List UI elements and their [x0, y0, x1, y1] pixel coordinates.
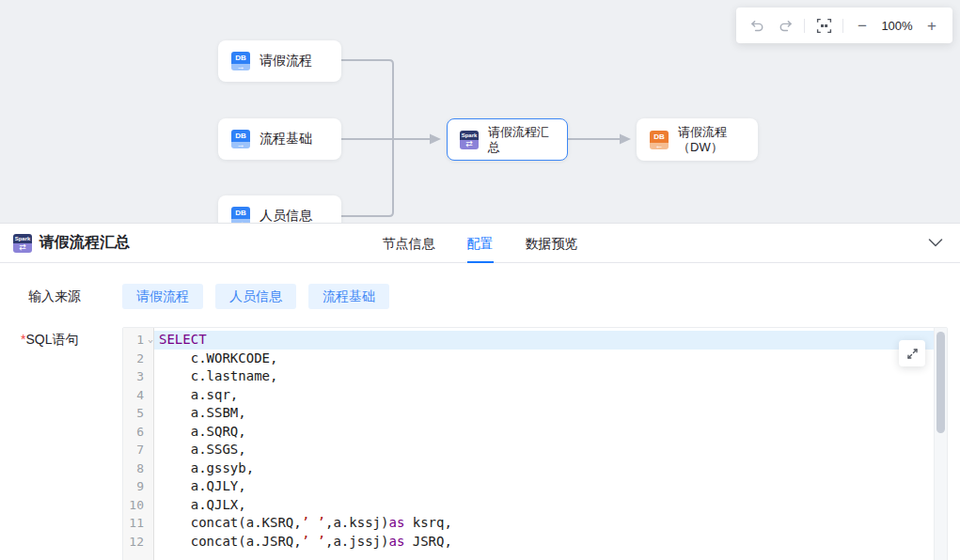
tab-node-info[interactable]: 节点信息: [383, 224, 435, 263]
code-token: a.QJLY,: [159, 478, 246, 493]
arrowhead-into-summary: [430, 134, 441, 145]
code-line[interactable]: c.lastname,: [154, 367, 947, 386]
toolbar-divider: [804, 19, 805, 33]
undo-button[interactable]: [744, 12, 770, 39]
panel-header: Spark⇄ 请假流程汇总 节点信息 配置 数据预览: [0, 224, 960, 263]
input-source-tag[interactable]: 人员信息: [215, 284, 296, 309]
line-number: 6: [123, 423, 153, 442]
code-token: a.SQRQ,: [159, 424, 246, 439]
sql-label: *SQL语句: [28, 327, 122, 560]
code-token: ’ ’: [302, 515, 325, 530]
line-number: 4: [123, 386, 153, 405]
code-token: SELECT: [159, 332, 207, 347]
line-number: 3: [123, 367, 153, 386]
flow-canvas[interactable]: DB→ 请假流程 DB→ 流程基础 DB→ 人员信息 Spark⇄ 请假流程汇总…: [0, 0, 960, 223]
zoom-in-icon: +: [927, 18, 936, 34]
code-token: a.gssyb,: [159, 460, 254, 475]
spark-sql-icon: Spark⇄: [460, 131, 479, 149]
code-token: concat(a.KSRQ,: [159, 515, 302, 530]
code-line[interactable]: a.gssyb,: [154, 459, 947, 478]
spark-icon-label: Spark: [460, 131, 479, 140]
line-number: 7: [123, 441, 153, 459]
undo-icon: [749, 18, 765, 34]
redo-icon: [778, 18, 794, 34]
arrow-right-icon: →: [231, 64, 250, 70]
flow-node-process-base[interactable]: DB→ 流程基础: [218, 118, 341, 160]
line-number: 5: [123, 404, 153, 423]
tab-config[interactable]: 配置: [467, 224, 494, 263]
input-source-tag[interactable]: 流程基础: [308, 284, 389, 309]
code-token: a.SSBM,: [159, 405, 246, 420]
arrowhead-into-dw: [620, 134, 631, 145]
flow-node-leave-summary[interactable]: Spark⇄ 请假流程汇总: [447, 118, 568, 161]
expand-icon: [905, 347, 920, 361]
code-line[interactable]: a.SQRQ,: [154, 423, 947, 442]
fit-view-button[interactable]: [810, 12, 837, 39]
spark-icon-label: Spark: [13, 234, 32, 243]
code-token: c.WORKCODE,: [159, 350, 277, 366]
code-line[interactable]: SELECT: [154, 331, 947, 350]
code-token: a.SSGS,: [159, 442, 246, 457]
zoom-out-button[interactable]: −: [849, 12, 875, 39]
fold-chevron-icon[interactable]: ⌄: [148, 334, 153, 344]
panel-body: 输入来源 请假流程 人员信息 流程基础 *SQL语句 1⌄23456789101…: [0, 263, 960, 560]
line-number: 11: [123, 514, 153, 533]
scrollbar-thumb[interactable]: [936, 332, 945, 433]
node-label: 人员信息: [260, 208, 312, 223]
code-line[interactable]: a.sqr,: [154, 386, 947, 405]
code-line[interactable]: concat(a.JSRQ,’ ’,a.jssj)as JSRQ,: [154, 533, 947, 552]
sql-row: *SQL语句 1⌄23456789101112 SELECT c.WORKCOD…: [28, 327, 948, 560]
editor-code[interactable]: SELECT c.WORKCODE, c.lastname, a.sqr, a.…: [154, 328, 947, 560]
arrow-left-icon: ←: [650, 143, 669, 149]
code-line[interactable]: a.SSGS,: [154, 441, 947, 459]
flow-node-leave-dw[interactable]: DB← 请假流程（DW）: [637, 118, 758, 161]
flow-node-leave-flow[interactable]: DB→ 请假流程: [218, 40, 341, 82]
code-token: a.sqr,: [159, 387, 238, 402]
db-source-icon: DB→: [231, 207, 250, 223]
swap-arrows-icon: ⇄: [13, 243, 32, 253]
code-line[interactable]: a.SSBM,: [154, 404, 947, 423]
chevron-down-icon: [928, 239, 943, 247]
line-number: 2: [123, 350, 153, 368]
sql-editor[interactable]: 1⌄23456789101112 SELECT c.WORKCODE, c.la…: [122, 327, 948, 560]
code-token: JSRQ,: [404, 534, 452, 549]
canvas-toolbar: − 100% +: [736, 8, 952, 43]
editor-gutter: 1⌄23456789101112: [123, 328, 154, 560]
spark-sql-icon: Spark⇄: [13, 234, 32, 253]
db-source-icon: DB→: [231, 130, 250, 148]
flow-node-person-info[interactable]: DB→ 人员信息: [218, 195, 341, 223]
node-label: 请假流程: [260, 53, 312, 70]
code-token: concat(a.JSRQ,: [159, 534, 302, 549]
input-source-tag[interactable]: 请假流程: [122, 284, 203, 309]
code-token: c.lastname,: [159, 368, 277, 383]
line-number: 1⌄: [123, 331, 153, 350]
panel-title: 请假流程汇总: [39, 233, 130, 253]
line-number: 10: [123, 496, 153, 515]
code-line[interactable]: c.WORKCODE,: [154, 350, 947, 368]
expand-editor-button[interactable]: [899, 340, 925, 366]
code-line[interactable]: a.QJLX,: [154, 496, 947, 515]
redo-button[interactable]: [772, 12, 798, 39]
tab-data-preview[interactable]: 数据预览: [526, 224, 578, 263]
node-label: 请假流程（DW）: [678, 125, 745, 155]
code-line[interactable]: a.QJLY,: [154, 477, 947, 496]
db-target-icon: DB←: [650, 131, 669, 149]
fit-view-icon: [816, 18, 832, 34]
node-label: 请假流程汇总: [488, 125, 555, 155]
zoom-in-button[interactable]: +: [919, 12, 945, 39]
arrow-right-icon: →: [231, 142, 250, 148]
line-number: 9: [123, 477, 153, 496]
input-source-row: 输入来源 请假流程 人员信息 流程基础: [28, 284, 948, 309]
code-token: as: [388, 534, 404, 549]
toolbar-divider: [842, 19, 843, 33]
panel-tabs: 节点信息 配置 数据预览: [383, 224, 578, 263]
code-token: ’ ’: [302, 534, 325, 549]
swap-arrows-icon: ⇄: [460, 140, 479, 149]
collapse-panel-button[interactable]: [924, 235, 947, 251]
editor-scrollbar[interactable]: [934, 328, 947, 560]
node-label: 流程基础: [260, 131, 312, 148]
code-token: a.QJLX,: [159, 497, 246, 512]
code-token: as: [388, 515, 404, 530]
code-line[interactable]: concat(a.KSRQ,’ ’,a.kssj)as ksrq,: [154, 514, 947, 533]
node-config-panel: Spark⇄ 请假流程汇总 节点信息 配置 数据预览 输入来源 请假流程 人员信…: [0, 223, 960, 560]
